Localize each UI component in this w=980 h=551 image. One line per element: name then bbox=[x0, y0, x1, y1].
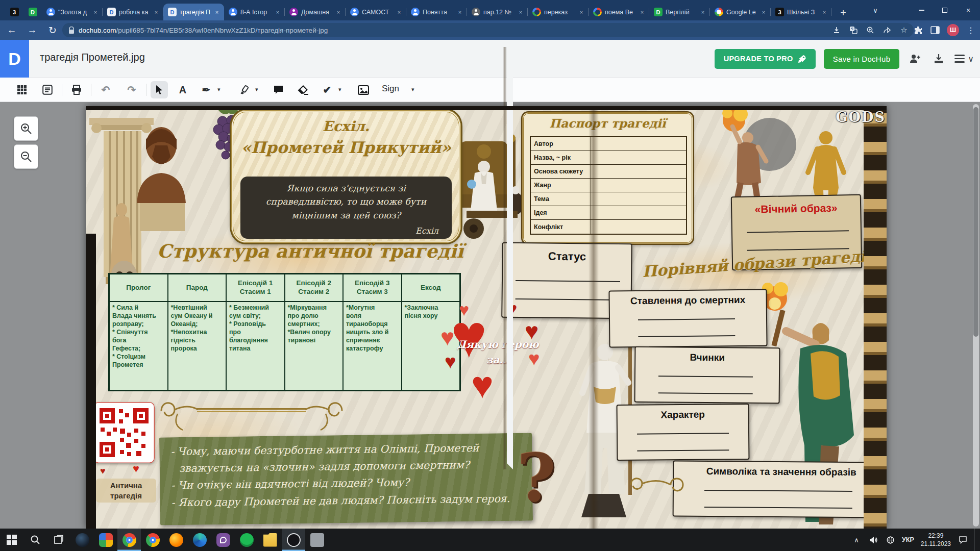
browser-tab[interactable]: переказ× bbox=[528, 4, 589, 20]
select-cursor-tool[interactable] bbox=[151, 81, 168, 98]
dochub-logo[interactable]: D bbox=[0, 40, 29, 78]
profile-avatar[interactable]: Ш bbox=[947, 24, 959, 36]
browser-tab[interactable]: Google Le× bbox=[710, 4, 771, 20]
download-page-icon[interactable] bbox=[832, 26, 841, 35]
minimize-button[interactable] bbox=[910, 0, 933, 20]
write-line[interactable] bbox=[516, 280, 620, 282]
write-line[interactable] bbox=[658, 392, 753, 394]
pen-tool[interactable]: ✒ bbox=[198, 81, 215, 98]
write-line[interactable] bbox=[516, 298, 620, 300]
browser-menu-icon[interactable]: ⋮ bbox=[966, 25, 976, 35]
comment-tool[interactable] bbox=[270, 81, 287, 98]
zoom-out-button[interactable] bbox=[14, 144, 38, 169]
passport-blank-field[interactable] bbox=[591, 151, 686, 164]
taskbar-app-spotify[interactable] bbox=[235, 529, 258, 551]
start-button[interactable] bbox=[0, 529, 23, 551]
pages-grid-icon[interactable] bbox=[13, 81, 31, 98]
taskbar-app-edge[interactable] bbox=[188, 529, 211, 551]
tab-close-icon[interactable]: × bbox=[91, 8, 100, 16]
passport-blank-field[interactable] bbox=[591, 220, 686, 234]
write-line[interactable] bbox=[638, 335, 735, 337]
taskbar-search-button[interactable] bbox=[23, 529, 47, 551]
write-line[interactable] bbox=[747, 230, 849, 233]
redo-icon[interactable]: ↷ bbox=[123, 81, 140, 98]
browser-tab-active[interactable]: Dтрагедія П× bbox=[163, 4, 224, 20]
extensions-puzzle-icon[interactable] bbox=[913, 25, 923, 35]
network-icon[interactable] bbox=[885, 536, 895, 544]
maximize-button[interactable] bbox=[933, 0, 957, 20]
browser-tab[interactable]: Поняття× bbox=[406, 4, 467, 20]
taskbar-app-firefox[interactable] bbox=[164, 529, 188, 551]
notification-center-icon[interactable] bbox=[958, 536, 968, 544]
close-button[interactable]: × bbox=[957, 0, 980, 20]
bookmark-star-icon[interactable]: ☆ bbox=[899, 26, 909, 35]
pinned-tab-badge3[interactable]: 3 bbox=[5, 4, 23, 20]
taskbar-app-viber[interactable] bbox=[211, 529, 235, 551]
zoom-page-icon[interactable] bbox=[866, 26, 875, 35]
tab-close-icon[interactable]: × bbox=[213, 8, 221, 16]
task-view-button[interactable] bbox=[47, 529, 70, 551]
pinned-tab-dochub[interactable]: D bbox=[23, 4, 42, 20]
new-tab-button[interactable]: + bbox=[836, 5, 851, 20]
form-fields-icon[interactable] bbox=[39, 81, 56, 98]
tab-close-icon[interactable]: × bbox=[577, 8, 585, 16]
forward-icon[interactable]: → bbox=[23, 22, 41, 38]
tab-close-icon[interactable]: × bbox=[638, 8, 646, 16]
tab-close-icon[interactable]: × bbox=[152, 8, 160, 16]
add-user-icon[interactable] bbox=[908, 51, 923, 66]
reload-icon[interactable]: ↻ bbox=[44, 22, 61, 38]
browser-tab[interactable]: поема Ве× bbox=[589, 4, 649, 20]
language-indicator[interactable]: УКР bbox=[902, 536, 914, 543]
check-tool[interactable]: ✔ bbox=[318, 81, 336, 98]
browser-tab[interactable]: "Золота д× bbox=[42, 4, 103, 20]
write-line[interactable] bbox=[704, 490, 852, 492]
browser-tab[interactable]: САМОСТ× bbox=[346, 4, 406, 20]
translate-icon[interactable] bbox=[849, 26, 858, 35]
browser-tab[interactable]: DВергілій× bbox=[649, 4, 710, 20]
write-line[interactable] bbox=[704, 507, 852, 509]
taskbar-app-chrome-active[interactable] bbox=[117, 529, 141, 551]
taskbar-app-steam[interactable] bbox=[70, 529, 94, 551]
upgrade-to-pro-button[interactable]: UPGRADE TO PRO bbox=[715, 49, 816, 69]
taskbar-clock[interactable]: 22:39 21.11.2023 bbox=[921, 532, 951, 548]
eraser-tool[interactable] bbox=[295, 81, 312, 98]
tab-close-icon[interactable]: × bbox=[274, 8, 282, 16]
image-tool[interactable] bbox=[355, 81, 372, 98]
taskbar-app-chrome2[interactable] bbox=[141, 529, 164, 551]
write-line[interactable] bbox=[637, 449, 729, 452]
scrollbar-thumb[interactable] bbox=[973, 107, 978, 337]
text-tool[interactable]: A bbox=[174, 81, 191, 98]
save-in-dochub-button[interactable]: Save in DocHub bbox=[824, 49, 900, 69]
worksheet-page[interactable]: GODS bbox=[86, 106, 887, 529]
browser-tab[interactable]: пар.12 №× bbox=[467, 4, 528, 20]
tab-close-icon[interactable]: × bbox=[334, 8, 342, 16]
passport-blank-field[interactable] bbox=[591, 165, 686, 178]
back-icon[interactable]: ← bbox=[3, 22, 20, 38]
write-line[interactable] bbox=[637, 433, 729, 435]
download-document-icon[interactable] bbox=[931, 51, 946, 66]
sign-button[interactable]: Sign bbox=[382, 84, 399, 94]
taskbar-app-photos[interactable] bbox=[94, 529, 117, 551]
highlighter-tool[interactable] bbox=[235, 81, 253, 98]
passport-blank-field[interactable] bbox=[591, 192, 686, 206]
highlighter-caret-icon[interactable]: ▾ bbox=[255, 86, 258, 93]
write-line[interactable] bbox=[638, 318, 735, 320]
passport-blank-field[interactable] bbox=[591, 137, 686, 151]
volume-icon[interactable] bbox=[868, 536, 878, 544]
taskbar-app-obs[interactable] bbox=[282, 529, 305, 551]
undo-icon[interactable]: ↶ bbox=[97, 81, 114, 98]
browser-tab[interactable]: Домашня× bbox=[285, 4, 346, 20]
url-bar[interactable]: dochub.com/pupil685-7bl74n/EB5r38AwI0enN… bbox=[62, 23, 914, 37]
browser-tab[interactable]: 8-А Істор× bbox=[224, 4, 285, 20]
print-icon[interactable] bbox=[68, 81, 85, 98]
browser-tab[interactable]: Dробоча ка× bbox=[103, 4, 163, 20]
more-menu-button[interactable]: ∨ bbox=[954, 54, 974, 64]
tab-close-icon[interactable]: × bbox=[699, 8, 707, 16]
sign-caret-icon[interactable]: ▾ bbox=[411, 86, 414, 93]
taskbar-app-notes[interactable] bbox=[305, 529, 329, 551]
zoom-in-button[interactable] bbox=[14, 116, 38, 141]
tab-close-icon[interactable]: × bbox=[456, 8, 464, 16]
share-icon[interactable] bbox=[883, 26, 892, 35]
check-caret-icon[interactable]: ▾ bbox=[338, 86, 341, 93]
hidden-icons-chevron[interactable]: ∧ bbox=[851, 536, 862, 544]
